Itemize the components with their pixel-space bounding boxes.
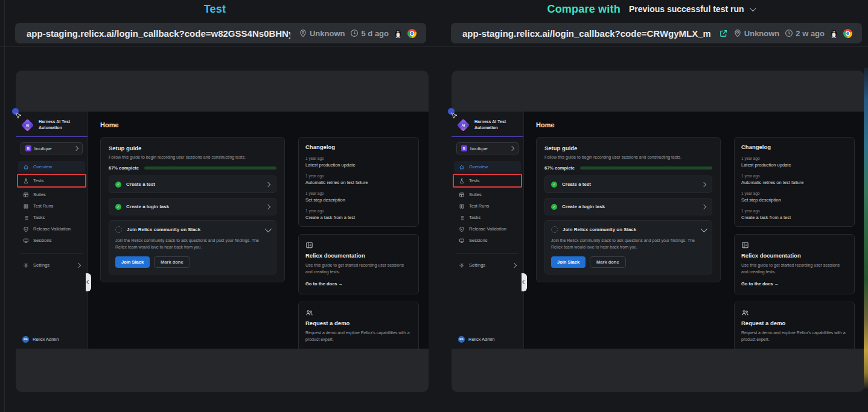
- chevron-right-icon: [701, 204, 706, 209]
- user-menu[interactable]: RA Relicx Admin: [452, 336, 523, 343]
- sidebar-item-overview[interactable]: Overview: [18, 161, 85, 173]
- gear-icon: [23, 262, 29, 268]
- chevron-right-icon: [266, 182, 270, 186]
- user-name: Relicx Admin: [33, 337, 59, 342]
- brand-name: Harness AI Test Automation: [474, 119, 512, 131]
- go-to-docs-link[interactable]: Go to the docs →: [305, 281, 343, 287]
- columns-icon: [23, 203, 29, 209]
- sidebar-item-sessions[interactable]: Sessions: [18, 235, 85, 246]
- changelog-card: Changelog 1 year ago Latest production u…: [734, 137, 855, 227]
- cursor-icon: [15, 112, 22, 119]
- grid-icon: [459, 192, 465, 198]
- sidebar-item-sessions[interactable]: Sessions: [454, 235, 521, 246]
- chevron-right-icon: [266, 204, 270, 209]
- sidebar-item-tasks[interactable]: Tasks: [454, 212, 521, 223]
- location-badge: Unknown: [733, 29, 780, 38]
- project-badge: B: [461, 145, 467, 151]
- check-circle-icon: ✓: [551, 204, 557, 210]
- join-slack-header[interactable]: Join Relicx community on Slack: [115, 226, 270, 233]
- changelog-entry: 1 year ago Latest production update: [305, 156, 412, 168]
- setup-item-create-login-task[interactable]: ✓ Create a login task: [109, 198, 276, 215]
- chevron-down-icon: [265, 225, 272, 232]
- flask-icon: [459, 178, 465, 184]
- left-edge-divider: [4, 0, 5, 412]
- shield-icon: [23, 226, 29, 232]
- changelog-entry: 1 year ago Create a task from a test: [741, 209, 847, 220]
- setup-guide-card: Setup guide Follow this guide to begin r…: [536, 137, 721, 282]
- mark-done-button[interactable]: Mark done: [590, 256, 626, 268]
- join-slack-button[interactable]: Join Slack: [115, 256, 150, 268]
- page-title: Home: [536, 121, 856, 128]
- header-separator: [0, 46, 868, 47]
- setup-guide-card: Setup guide Follow this guide to begin r…: [100, 137, 285, 282]
- sidebar-item-tasks[interactable]: Tasks: [18, 212, 85, 223]
- sidebar-divider: [452, 136, 523, 137]
- setup-item-create-login-task[interactable]: ✓ Create a login task: [544, 198, 712, 215]
- clock-icon: [350, 29, 359, 37]
- compare-screenshot: AI Harness AI Test Automation B boutique…: [452, 71, 864, 392]
- project-selector[interactable]: B boutique: [456, 142, 519, 154]
- chevron-right-icon: [74, 146, 78, 151]
- chevron-right-icon: [701, 182, 706, 186]
- brand: AI Harness AI Test Automation: [16, 116, 88, 132]
- chrome-icon: [407, 29, 416, 38]
- documentation-card: Relicx documentation Use this guide to g…: [734, 234, 855, 294]
- monitor-icon: [23, 238, 29, 244]
- sidebar-item-suites[interactable]: Suites: [18, 189, 85, 200]
- setup-item-join-slack: Join Relicx community on Slack Join the …: [544, 220, 712, 274]
- chevron-right-icon: [509, 146, 514, 151]
- test-comparison-view: Test app-staging.relicx.ai/login_callbac…: [0, 0, 868, 412]
- test-url: app-staging.relicx.ai/login_callback?cod…: [27, 28, 290, 39]
- next-screenshot-edge: [864, 68, 868, 389]
- monitor-icon: [459, 238, 465, 244]
- join-slack-description: Join the Relicx community slack to ask q…: [551, 238, 695, 251]
- flask-icon: [23, 178, 29, 184]
- sidebar-collapse-handle[interactable]: [86, 273, 91, 291]
- setup-item-create-test[interactable]: ✓ Create a test: [544, 176, 712, 193]
- linux-penguin-icon: [830, 29, 838, 38]
- panel-compare: Compare with Previous successful test ru…: [436, 0, 866, 392]
- sidebar-item-overview[interactable]: Overview: [454, 161, 521, 173]
- app-main: Home Setup guide Follow this guide to be…: [524, 112, 864, 349]
- sidebar-item-settings[interactable]: Settings: [18, 259, 85, 271]
- unchecked-circle-icon: [115, 226, 122, 233]
- chevron-down-icon: [749, 5, 756, 11]
- join-slack-button[interactable]: Join Slack: [551, 256, 586, 268]
- sidebar-divider: [456, 253, 519, 254]
- setup-item-join-slack: Join Relicx community on Slack Join the …: [109, 220, 276, 274]
- setup-item-create-test[interactable]: ✓ Create a test: [109, 176, 276, 193]
- sidebar-item-test-runs[interactable]: Test Runs: [18, 200, 85, 212]
- list-icon: [459, 215, 465, 221]
- compare-url-bar[interactable]: app-staging.relicx.ai/login_callback?cod…: [451, 23, 862, 43]
- changelog-title: Changelog: [305, 144, 412, 150]
- changelog-entry: 1 year ago Automatic retries on test fai…: [305, 174, 412, 185]
- schedule-demo-link[interactable]: Schedule a demo →: [741, 348, 784, 349]
- user-name: Relicx Admin: [468, 337, 494, 342]
- go-to-docs-link[interactable]: Go to the docs →: [741, 281, 779, 287]
- schedule-demo-link[interactable]: Schedule a demo →: [305, 348, 348, 349]
- age-badge: 5 d ago: [350, 29, 389, 38]
- sidebar-item-tests[interactable]: Tests: [17, 174, 86, 188]
- mark-done-button[interactable]: Mark done: [154, 256, 190, 268]
- sidebar-item-settings[interactable]: Settings: [454, 259, 521, 271]
- progress-label: 67% complete: [109, 165, 139, 171]
- page-title: Home: [100, 121, 420, 128]
- sidebar-collapse-handle[interactable]: [522, 273, 527, 291]
- project-selector[interactable]: B boutique: [21, 142, 83, 154]
- setup-guide-title: Setup guide: [109, 145, 276, 151]
- sidebar-item-tests[interactable]: Tests: [453, 174, 522, 188]
- compare-run-select[interactable]: Previous successful test run: [629, 4, 755, 14]
- sidebar-item-test-runs[interactable]: Test Runs: [454, 200, 521, 212]
- test-url-bar[interactable]: app-staging.relicx.ai/login_callback?cod…: [15, 23, 426, 43]
- sidebar-item-release-validation[interactable]: Release Validation: [18, 223, 85, 235]
- join-slack-header[interactable]: Join Relicx community on Slack: [551, 226, 706, 233]
- user-menu[interactable]: RA Relicx Admin: [16, 336, 88, 343]
- app-screenshot: AI Harness AI Test Automation B boutique…: [16, 112, 429, 349]
- request-demo-card: Request a demo Request a demo and explor…: [298, 302, 419, 349]
- external-link-icon[interactable]: [719, 29, 728, 38]
- linux-penguin-icon: [394, 29, 402, 38]
- app-main: Home Setup guide Follow this guide to be…: [88, 112, 429, 349]
- brand-name: Harness AI Test Automation: [39, 119, 76, 131]
- sidebar-item-suites[interactable]: Suites: [454, 189, 521, 200]
- sidebar-item-release-validation[interactable]: Release Validation: [454, 223, 521, 235]
